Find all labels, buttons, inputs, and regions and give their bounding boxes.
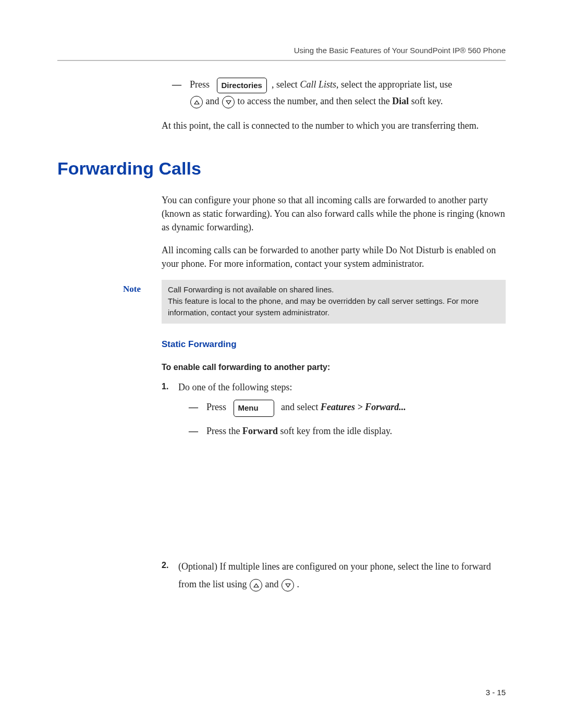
- step-1a-press: Press: [206, 402, 226, 412]
- dial-bold: Dial: [392, 96, 409, 106]
- intro-dash-item: Press Directories , select Call Lists, s…: [165, 77, 506, 109]
- step-2-period: .: [297, 579, 300, 589]
- select-appropriate: , select the appropriate list, use: [336, 79, 452, 90]
- enable-heading: To enable call forwarding to another par…: [162, 361, 506, 373]
- static-forwarding-heading: Static Forwarding: [162, 338, 506, 351]
- soft-key-label: soft key.: [409, 96, 443, 106]
- press-label: Press: [190, 79, 210, 90]
- step-1a: Press Menu and select Features > Forward…: [181, 398, 506, 417]
- up-arrow-icon: [190, 96, 203, 108]
- note-label: Note: [104, 280, 141, 296]
- page-footer: 3 - 15: [486, 688, 506, 697]
- step-2-number: 2.: [162, 558, 168, 573]
- step-1a-features: Features > Forward...: [321, 402, 406, 412]
- page-header: Using the Basic Features of Your SoundPo…: [57, 46, 506, 55]
- body-content: Press Directories , select Call Lists, s…: [162, 77, 506, 132]
- step-1b: Press the Forward soft key from the idle…: [181, 422, 506, 440]
- step-2-and: and: [265, 579, 282, 589]
- menu-key-icon: Menu: [234, 400, 274, 417]
- step-1: 1. Do one of the following steps: Press …: [162, 380, 506, 440]
- access-number: to access the number, and then select th…: [238, 96, 393, 106]
- step-1b-post: soft key from the idle display.: [278, 426, 392, 436]
- note-block: Note Call Forwarding is not available on…: [162, 280, 506, 323]
- section-title: Forwarding Calls: [57, 158, 506, 179]
- directories-key-icon: Directories: [217, 78, 267, 94]
- step-1b-forward: Forward: [242, 426, 278, 436]
- down-arrow-icon: [282, 579, 294, 591]
- step-2-pre: (Optional) If multiple lines are configu…: [178, 561, 491, 589]
- page: Using the Basic Features of Your SoundPo…: [0, 0, 563, 728]
- header-rule: [57, 60, 506, 61]
- up-arrow-icon: [250, 579, 262, 591]
- step-1a-and-select: and select: [279, 402, 321, 412]
- step-1-text: Do one of the following steps:: [178, 382, 292, 392]
- select-text: , select: [272, 79, 300, 90]
- note-line1: Call Forwarding is not available on shar…: [168, 284, 499, 295]
- note-box: Call Forwarding is not available on shar…: [162, 280, 506, 323]
- forwarding-p2: All incoming calls can be forwarded to a…: [162, 243, 506, 270]
- step-2: 2. (Optional) If multiple lines are conf…: [162, 558, 506, 593]
- spacer: [162, 445, 506, 554]
- connected-paragraph: At this point, the call is connected to …: [162, 119, 506, 132]
- call-lists-label: Call Lists: [300, 79, 336, 90]
- forwarding-p1: You can configure your phone so that all…: [162, 193, 506, 234]
- section-content: You can configure your phone so that all…: [162, 193, 506, 594]
- down-arrow-icon: [222, 96, 235, 108]
- note-line2: This feature is local to the phone, and …: [168, 295, 499, 318]
- step-1-number: 1.: [162, 380, 168, 392]
- step-1b-pre: Press the: [206, 426, 242, 436]
- and-label: and: [206, 96, 222, 106]
